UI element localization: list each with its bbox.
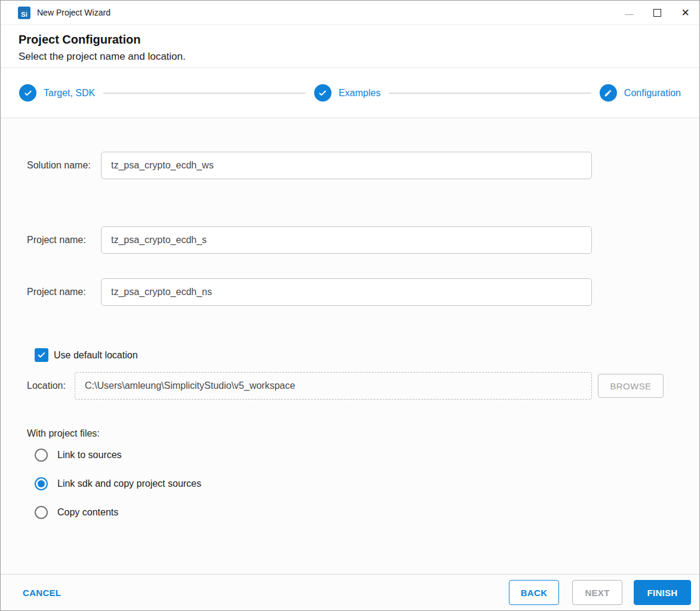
step-target-sdk-check-icon <box>19 84 36 102</box>
window-title: New Project Wizard <box>37 8 110 17</box>
project-name-nonsecure-row: Project name: <box>1 278 699 306</box>
page-subtitle: Select the project name and location. <box>19 48 681 65</box>
footer-button-group: BACK NEXT FINISH <box>509 580 691 605</box>
app-logo-icon: Si <box>18 7 30 19</box>
stepper-connector <box>389 93 591 94</box>
radio-label: Link to sources <box>57 450 122 460</box>
project-name-label: Project name: <box>27 235 101 245</box>
finish-button[interactable]: FINISH <box>634 580 691 605</box>
radio-dot <box>38 480 45 487</box>
minimize-button[interactable] <box>615 1 643 24</box>
project-name-secure-row: Project name: <box>1 226 699 254</box>
step-configuration-label[interactable]: Configuration <box>624 88 681 99</box>
stepper-connector <box>103 93 306 94</box>
radio-unselected-icon[interactable] <box>35 506 48 519</box>
step-examples-label[interactable]: Examples <box>339 88 380 99</box>
wizard-content: Solution name: Project name: Project nam… <box>1 118 699 574</box>
use-default-location-checkbox[interactable] <box>35 348 48 362</box>
radio-selected-icon[interactable] <box>35 477 48 490</box>
titlebar: Si New Project Wizard ✕ <box>1 1 699 25</box>
step-configuration-pencil-icon <box>600 84 617 102</box>
project-name-label: Project name: <box>27 287 101 297</box>
wizard-footer: CANCEL BACK NEXT FINISH <box>1 574 699 610</box>
location-label: Location: <box>27 380 75 391</box>
use-default-location-label: Use default location <box>54 350 138 361</box>
solution-name-label: Solution name: <box>27 160 101 171</box>
maximize-icon <box>653 9 661 17</box>
step-target-sdk-label[interactable]: Target, SDK <box>44 88 95 99</box>
location-input[interactable] <box>75 372 592 400</box>
browse-button[interactable]: BROWSE <box>598 374 664 398</box>
radio-unselected-icon[interactable] <box>35 449 48 462</box>
project-name-nonsecure-input[interactable] <box>101 278 592 306</box>
close-button[interactable]: ✕ <box>671 1 699 24</box>
radio-label: Link sdk and copy project sources <box>57 478 201 489</box>
radio-label: Copy contents <box>57 507 118 518</box>
cancel-button[interactable]: CANCEL <box>23 588 61 598</box>
wizard-stepper: Target, SDK Examples Configuration <box>1 68 699 118</box>
maximize-button[interactable] <box>643 1 671 24</box>
radio-option-copy-contents[interactable]: Copy contents <box>1 506 699 519</box>
with-project-files-label: With project files: <box>27 428 100 439</box>
check-icon <box>37 351 46 360</box>
radio-option-link-sdk-copy-sources[interactable]: Link sdk and copy project sources <box>1 477 699 490</box>
project-name-secure-input[interactable] <box>101 226 592 254</box>
location-row: Location: BROWSE <box>1 372 699 400</box>
radio-dot <box>38 452 45 459</box>
minimize-icon <box>625 14 634 15</box>
solution-name-input[interactable] <box>101 152 592 179</box>
with-project-files-row: With project files: <box>1 428 699 439</box>
radio-dot <box>38 509 45 516</box>
back-button[interactable]: BACK <box>509 580 559 605</box>
solution-name-row: Solution name: <box>1 152 699 179</box>
next-button[interactable]: NEXT <box>572 580 622 605</box>
new-project-wizard-window: Si New Project Wizard ✕ Project Configur… <box>0 0 700 611</box>
radio-option-link-to-sources[interactable]: Link to sources <box>1 449 699 462</box>
step-examples-check-icon <box>314 84 331 102</box>
use-default-location-row: Use default location <box>1 348 699 362</box>
page-title: Project Configuration <box>19 30 681 48</box>
close-icon: ✕ <box>681 8 689 18</box>
window-controls: ✕ <box>615 1 699 24</box>
wizard-header: Project Configuration Select the project… <box>1 25 699 68</box>
